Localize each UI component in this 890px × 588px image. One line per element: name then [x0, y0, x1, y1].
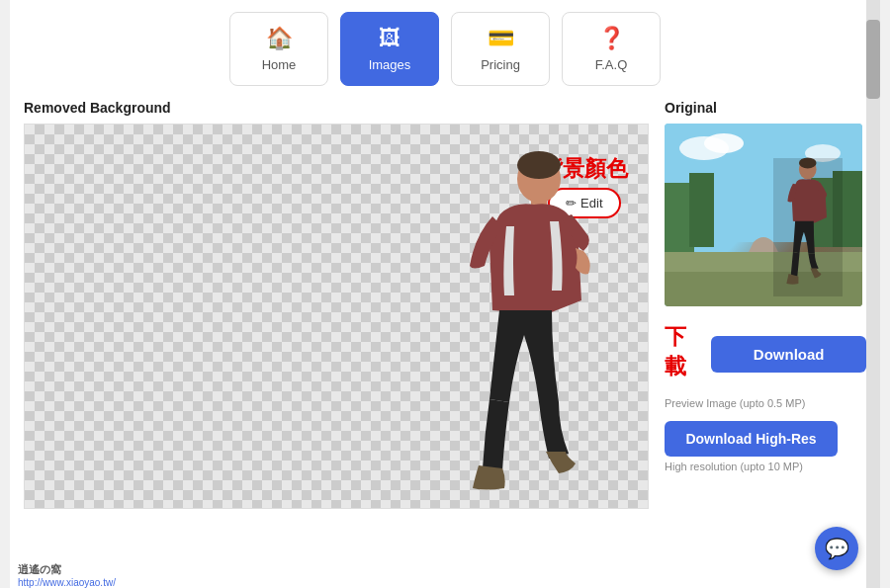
nav-item-images[interactable]: 🖼 Images	[340, 12, 439, 86]
watermark-url: http://www.xiaoyao.tw/	[18, 577, 210, 588]
svg-rect-12	[665, 272, 862, 306]
chat-button[interactable]: 💬	[815, 527, 858, 570]
download-hires-sub-label: High resolution (upto 10 MP)	[665, 461, 866, 472]
home-icon: 🏠	[266, 26, 293, 51]
svg-point-14	[799, 157, 817, 168]
removed-bg-title: Removed Background	[24, 100, 649, 116]
download-section: 下載 Download Preview Image (upto 0.5 MP) …	[665, 322, 866, 472]
content-area: Removed Background 背景顏色 ✏ Edit	[10, 100, 880, 509]
svg-rect-9	[811, 178, 839, 247]
nav-item-home[interactable]: 🏠 Home	[229, 12, 328, 86]
download-hires-button[interactable]: Download High-Res	[665, 421, 838, 457]
faq-icon: ❓	[598, 26, 625, 51]
right-panel: Original	[649, 100, 866, 509]
svg-point-6	[805, 144, 841, 162]
scene-svg	[665, 124, 862, 306]
image-canvas: 背景顏色 ✏ Edit	[24, 124, 649, 509]
original-title: Original	[665, 100, 866, 116]
pricing-icon: 💳	[488, 26, 514, 51]
svg-rect-10	[833, 171, 862, 247]
nav-label-pricing: Pricing	[481, 57, 520, 72]
original-image	[665, 124, 862, 306]
download-annotation: 下載	[665, 322, 703, 381]
svg-point-2	[517, 151, 561, 179]
left-panel: Removed Background 背景顏色 ✏ Edit	[24, 100, 649, 509]
svg-point-13	[799, 160, 817, 180]
removed-person-svg	[435, 137, 608, 508]
nav-label-faq: F.A.Q	[595, 57, 628, 72]
nav-item-faq[interactable]: ❓ F.A.Q	[562, 12, 661, 86]
scrollbar[interactable]	[866, 0, 880, 588]
download-sub-label: Preview Image (upto 0.5 MP)	[665, 397, 866, 409]
download-button[interactable]: Download	[711, 336, 866, 373]
bottom-bar: 逍遙の窩 http://www.xiaoyao.tw/	[10, 558, 218, 588]
nav-label-home: Home	[262, 57, 297, 72]
watermark-title: 逍遙の窩	[18, 562, 210, 577]
nav-label-images: Images	[369, 57, 411, 72]
nav-bar: 🏠 Home 🖼 Images 💳 Pricing ❓ F.A.Q	[10, 0, 880, 96]
svg-rect-8	[689, 173, 714, 247]
nav-item-pricing[interactable]: 💳 Pricing	[451, 12, 550, 86]
chat-icon: 💬	[825, 537, 849, 560]
svg-point-5	[704, 133, 744, 153]
main-container: 🏠 Home 🖼 Images 💳 Pricing ❓ F.A.Q Remove…	[10, 0, 880, 588]
images-icon: 🖼	[379, 26, 400, 51]
scrollbar-thumb[interactable]	[866, 20, 880, 99]
